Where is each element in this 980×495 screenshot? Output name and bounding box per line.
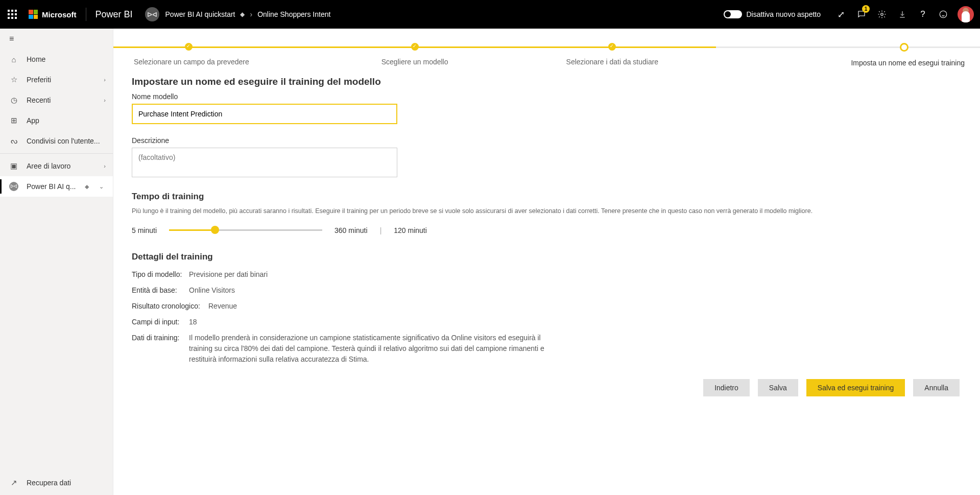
slider-separator: | xyxy=(380,226,382,234)
training-time-slider-row: 5 minuti 360 minuti | 120 minuti xyxy=(132,226,962,234)
user-avatar[interactable] xyxy=(958,6,974,22)
breadcrumb: Power BI AI quickstart ◆ › Online Shoppe… xyxy=(165,10,331,18)
chevron-right-icon: › xyxy=(104,77,106,83)
sidebar-item-label: Aree di lavoro xyxy=(27,162,70,170)
step-dot-complete-icon xyxy=(411,43,419,51)
model-name-input[interactable] xyxy=(132,104,397,124)
detail-value: Revenue xyxy=(208,301,237,312)
smiley-icon xyxy=(939,10,948,19)
wizard-step-4[interactable]: Imposta un nome ed esegui training xyxy=(711,43,980,67)
home-icon: ⌂ xyxy=(9,55,18,64)
description-input[interactable] xyxy=(132,148,397,177)
sidebar-get-data[interactable]: ↗ Recupera dati xyxy=(0,470,113,495)
training-time-heading: Tempo di training xyxy=(132,192,962,202)
main-content: Selezionare un campo da prevedere Scegli… xyxy=(113,29,980,495)
chevron-down-icon: ⌄ xyxy=(99,183,104,190)
settings-button[interactable] xyxy=(872,0,892,29)
sidebar-collapse-button[interactable]: ≡ xyxy=(0,29,113,49)
wizard-step-2[interactable]: Scegliere un modello xyxy=(316,43,514,67)
save-and-train-button[interactable]: Salva ed esegui training xyxy=(806,379,905,396)
breadcrumb-workspace[interactable]: Power BI AI quickstart xyxy=(165,10,235,18)
detail-label: Campi di input: xyxy=(132,317,189,327)
training-details-heading: Dettagli del training xyxy=(132,252,962,262)
gear-icon xyxy=(877,10,887,19)
cancel-button[interactable]: Annulla xyxy=(913,379,960,396)
sidebar-item-label: Preferiti xyxy=(27,76,51,84)
breadcrumb-separator: › xyxy=(250,10,252,18)
detail-row-base-entity: Entità di base: Online Visitors xyxy=(132,285,962,296)
detail-value: Previsione per dati binari xyxy=(189,269,268,280)
sidebar-item-workspaces[interactable]: ▣ Aree di lavoro › xyxy=(0,156,113,176)
shared-icon: ᔓ xyxy=(9,136,18,146)
sidebar-item-label: Condivisi con l'utente... xyxy=(27,137,100,145)
new-look-toggle-label: Disattiva nuovo aspetto xyxy=(746,10,821,18)
sidebar-separator xyxy=(0,153,113,154)
description-label: Descrizione xyxy=(132,136,962,145)
slider-max-label: 360 minuti xyxy=(334,226,368,234)
download-icon xyxy=(898,10,906,18)
step-label: Scegliere un modello xyxy=(316,58,514,66)
wizard-step-1[interactable]: Selezionare un campo da prevedere xyxy=(113,43,316,67)
training-time-help: Più lungo è il training del modello, più… xyxy=(132,207,962,216)
step-dot-complete-icon xyxy=(608,43,616,51)
slider-min-label: 5 minuti xyxy=(132,226,157,234)
detail-label: Entità di base: xyxy=(132,285,189,296)
premium-diamond-icon: ◆ xyxy=(240,11,245,18)
global-header: Microsoft Power BI ᐅᐊ Power BI AI quicks… xyxy=(0,0,980,29)
microsoft-label: Microsoft xyxy=(42,10,77,19)
detail-value: Il modello prenderà in considerazione un… xyxy=(189,333,557,365)
detail-label: Tipo di modello: xyxy=(132,269,189,280)
svg-point-0 xyxy=(881,13,883,16)
step-label: Imposta un nome ed esegui training xyxy=(711,59,965,67)
save-button[interactable]: Salva xyxy=(758,379,798,396)
divider xyxy=(86,8,86,21)
slider-thumb[interactable] xyxy=(211,226,219,234)
sidebar-footer-label: Recupera dati xyxy=(27,479,71,487)
step-label: Selezionare i dati da studiare xyxy=(514,58,711,66)
product-name[interactable]: Power BI xyxy=(95,9,133,20)
nav-sidebar: ≡ ⌂ Home ☆ Preferiti › ◷ Recenti › ⊞ App… xyxy=(0,29,113,495)
sidebar-item-label: Home xyxy=(27,55,45,63)
star-icon: ☆ xyxy=(9,75,18,84)
page-title: Impostare un nome ed eseguire il trainin… xyxy=(132,76,962,87)
hamburger-icon: ≡ xyxy=(9,34,14,43)
app-launcher-button[interactable] xyxy=(0,0,25,29)
premium-diamond-icon: ◆ xyxy=(85,183,89,190)
workspaces-icon: ▣ xyxy=(9,161,18,171)
waffle-icon xyxy=(8,10,17,19)
chevron-right-icon: › xyxy=(104,97,106,103)
get-data-icon: ↗ xyxy=(9,478,18,487)
help-button[interactable]: ? xyxy=(913,0,933,29)
svg-point-1 xyxy=(940,11,947,18)
new-look-toggle[interactable] xyxy=(724,10,742,18)
slider-value-label: 120 minuti xyxy=(394,226,427,234)
detail-row-training-data: Dati di training: Il modello prenderà in… xyxy=(132,333,962,365)
wizard-step-3[interactable]: Selezionare i dati da studiare xyxy=(514,43,711,67)
sidebar-item-active-workspace[interactable]: ᐅᐊ Power BI AI q... ◆ ⌄ xyxy=(0,176,113,197)
detail-row-model-type: Tipo di modello: Previsione per dati bin… xyxy=(132,269,962,280)
breadcrumb-current[interactable]: Online Shoppers Intent xyxy=(257,10,330,18)
feedback-button[interactable] xyxy=(933,0,953,29)
back-button[interactable]: Indietro xyxy=(703,379,750,396)
detail-row-historical-outcome: Risultato cronologico: Revenue xyxy=(132,301,962,312)
step-dot-complete-icon xyxy=(185,43,193,51)
slider-fill xyxy=(169,229,215,231)
sidebar-item-label: Power BI AI q... xyxy=(27,182,76,191)
detail-row-input-fields: Campi di input: 18 xyxy=(132,317,962,327)
sidebar-item-favorites[interactable]: ☆ Preferiti › xyxy=(0,69,113,90)
sidebar-item-recent[interactable]: ◷ Recenti › xyxy=(0,90,113,110)
wizard-stepper: Selezionare un campo da prevedere Scegli… xyxy=(113,43,980,67)
sidebar-item-apps[interactable]: ⊞ App xyxy=(0,110,113,131)
sidebar-item-home[interactable]: ⌂ Home xyxy=(0,49,113,69)
detail-label: Risultato cronologico: xyxy=(132,301,208,312)
download-button[interactable] xyxy=(892,0,913,29)
detail-value: Online Visitors xyxy=(189,285,235,296)
step-dot-current-icon xyxy=(900,43,909,52)
microsoft-icon xyxy=(29,10,38,19)
training-time-slider[interactable] xyxy=(169,229,322,231)
wizard-button-row: Indietro Salva Salva ed esegui training … xyxy=(132,379,962,396)
fullscreen-button[interactable]: ⤢ xyxy=(831,0,851,29)
notifications-button[interactable]: 1 xyxy=(851,0,872,29)
clock-icon: ◷ xyxy=(9,96,18,105)
sidebar-item-shared[interactable]: ᔓ Condivisi con l'utente... xyxy=(0,131,113,151)
